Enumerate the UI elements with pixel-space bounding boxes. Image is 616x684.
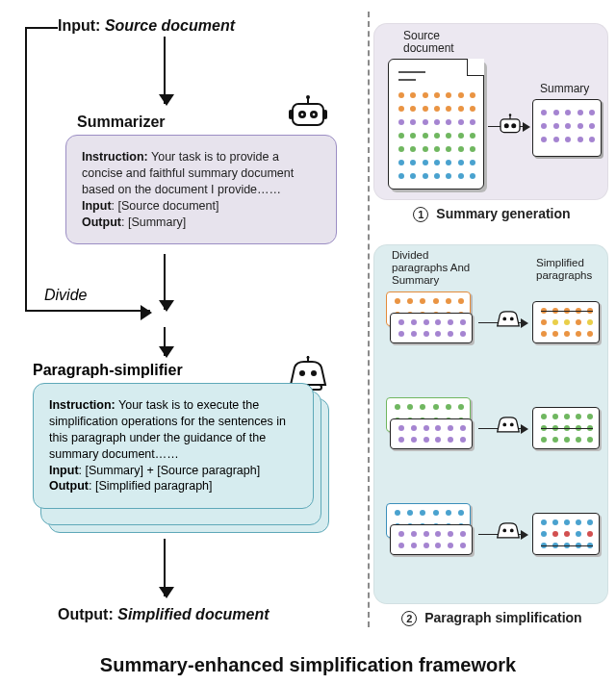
row — [541, 531, 593, 537]
svg-rect-0 — [293, 104, 323, 125]
flow-line — [25, 27, 58, 29]
strike-icon — [541, 311, 593, 312]
right-column: Source document Summary 1 Summary genera… — [373, 0, 610, 635]
divided-paragraphs-label: Divided paragraphs And Summary — [392, 249, 478, 288]
summary-label: Summary — [540, 82, 589, 95]
sum-row — [541, 110, 595, 115]
svg-point-23 — [502, 529, 506, 533]
input-value: Source document — [105, 17, 235, 34]
doc-row — [398, 106, 475, 112]
instr-label: Instruction: — [82, 150, 148, 164]
flow-arrow — [164, 327, 166, 356]
summarizer-heading: Summarizer — [77, 114, 166, 131]
paragraph-simplifier-heading: Paragraph-simplifier — [33, 362, 183, 379]
simplified-paragraph-icon — [532, 301, 600, 343]
prompt-instruction: Instruction: Your task is to execute the… — [49, 397, 297, 463]
strike-icon — [541, 428, 593, 429]
robot-icon — [285, 94, 331, 133]
doc-title-line — [398, 79, 416, 81]
row — [398, 331, 466, 337]
caption-text: Summary generation — [436, 206, 570, 221]
robot-icon — [494, 307, 523, 332]
svg-point-10 — [311, 370, 317, 376]
row — [395, 510, 464, 516]
summary-generation-panel: Source document Summary — [373, 23, 608, 200]
source-doc-label: Source document — [403, 30, 471, 55]
flow-arrow — [164, 539, 166, 596]
summary-icon — [532, 99, 602, 157]
svg-point-9 — [299, 370, 305, 376]
in-label: Input — [82, 199, 112, 213]
row — [398, 543, 466, 548]
row — [395, 404, 464, 410]
para-pair — [386, 397, 471, 438]
svg-point-4 — [313, 114, 316, 116]
summary-mini-icon — [390, 418, 473, 449]
row — [395, 298, 464, 304]
paragraph-prompt-stack: Instruction: Your task is to execute the… — [33, 383, 333, 531]
prompt-output: Output: [Simplified paragraph] — [49, 478, 297, 494]
caption-text: Paragraph simplification — [424, 610, 581, 625]
para-pair — [386, 291, 471, 332]
row — [541, 437, 593, 443]
in-text: [Summary] + [Source paragraph] — [86, 464, 261, 477]
step-number-icon: 2 — [401, 611, 417, 626]
in-label: Input — [49, 464, 79, 477]
doc-row — [398, 133, 475, 139]
step-number-icon: 1 — [413, 207, 428, 222]
input-word: Input: — [58, 17, 100, 34]
svg-point-15 — [504, 123, 509, 128]
svg-point-6 — [306, 95, 310, 99]
figure-title: Summary-enhanced simplification framewor… — [0, 654, 616, 676]
svg-point-24 — [510, 529, 514, 533]
robot-icon — [494, 519, 523, 544]
row — [398, 437, 466, 443]
source-doc-icon — [388, 59, 484, 190]
prompt-output: Output: [Summary] — [82, 215, 321, 231]
output-word: Output: — [58, 606, 114, 622]
strike-icon — [541, 545, 593, 546]
doc-row — [398, 92, 475, 98]
flow-arrow — [164, 37, 166, 104]
simplified-paragraphs-label: Simplified paragraphs — [536, 257, 602, 282]
sum-row — [541, 123, 595, 129]
summary-mini-icon — [390, 524, 473, 555]
row — [398, 531, 466, 537]
summary-mini-icon — [390, 313, 473, 343]
svg-point-21 — [502, 423, 506, 427]
svg-rect-7 — [289, 110, 293, 119]
doc-row — [398, 146, 475, 152]
vertical-divider — [368, 12, 370, 627]
summarizer-prompt-card: Instruction: Your task is to provide a c… — [65, 135, 337, 244]
panel-caption-2: 2 Paragraph simplification — [373, 610, 610, 626]
svg-rect-8 — [323, 110, 327, 119]
sum-row — [541, 137, 595, 142]
svg-point-20 — [510, 317, 514, 321]
simplified-paragraph-icon — [532, 407, 600, 449]
paragraph-prompt-card: Instruction: Your task is to execute the… — [33, 383, 314, 509]
robot-icon — [496, 113, 525, 138]
simplified-paragraph-icon — [532, 513, 600, 555]
doc-row — [398, 119, 475, 125]
prompt-input: Input: [Source document] — [82, 198, 321, 215]
page-fold-icon — [467, 59, 484, 76]
out-text: [Summary] — [128, 215, 186, 229]
output-label: Output: Simplified document — [58, 606, 270, 623]
flow-arrow-divide — [25, 310, 150, 312]
instr-label: Instruction: — [49, 398, 116, 412]
doc-title-line — [398, 71, 425, 73]
row — [541, 519, 593, 525]
row — [541, 331, 593, 337]
out-label: Output — [49, 479, 89, 493]
paragraph-simplification-panel: Divided paragraphs And Summary Simplifie… — [373, 244, 608, 604]
row — [541, 414, 593, 419]
svg-rect-14 — [500, 119, 520, 133]
svg-point-3 — [301, 114, 304, 116]
row — [541, 319, 593, 325]
flow-line — [25, 27, 27, 310]
prompt-instruction: Instruction: Your task is to provide a c… — [82, 149, 321, 198]
robot-icon — [494, 413, 523, 438]
doc-row — [398, 173, 475, 179]
prompt-input: Input: [Summary] + [Source paragraph] — [49, 463, 297, 479]
out-label: Output — [82, 215, 121, 229]
